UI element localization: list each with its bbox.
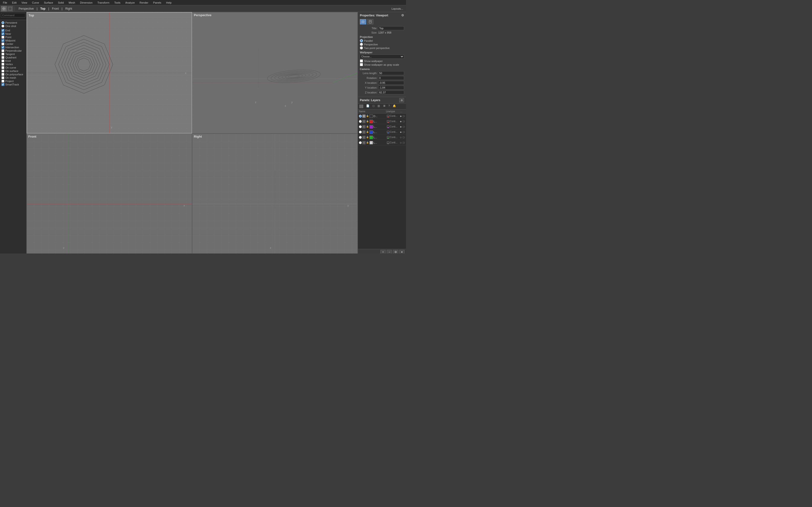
layer-row[interactable]: ● 🔓 L... Conti... ◇ [ ⟩ <box>358 135 406 140</box>
show-wallpaper-gray-row[interactable]: Show wallpaper as gray scale <box>360 63 404 66</box>
viewport-right[interactable]: Right z y <box>192 133 358 253</box>
menu-curve[interactable]: Curve <box>31 1 40 5</box>
layer-vis-icon[interactable]: ● <box>362 130 366 134</box>
menu-file[interactable]: File <box>2 1 8 5</box>
menu-surface[interactable]: Surface <box>43 1 54 5</box>
menu-analyze[interactable]: Analyze <box>124 1 136 5</box>
layers-settings-icon[interactable]: ⚙ <box>399 98 404 102</box>
layer-lock-icon[interactable]: 🔓 <box>366 141 369 144</box>
layer-vis-icon[interactable]: ● <box>362 125 366 128</box>
snap-point[interactable]: Point <box>1 36 25 39</box>
menu-transform[interactable]: Transform <box>96 1 110 5</box>
wallpaper-select[interactable]: Choose... <box>360 55 404 59</box>
radio-parallel[interactable]: Parallel <box>360 39 404 42</box>
layers-tab-doc[interactable]: 📄 <box>365 104 371 109</box>
layers-tab-layers[interactable] <box>358 104 365 109</box>
snap-center[interactable]: Center <box>1 42 25 46</box>
layers-tab-box[interactable]: ◻ <box>371 104 376 109</box>
snap-quadrant[interactable]: Quadrant <box>1 56 25 59</box>
snap-knot[interactable]: Knot <box>1 59 25 62</box>
layers-tab-monitor[interactable]: 🖥 <box>382 104 387 109</box>
layer-lock-icon[interactable]: 🔓 <box>366 131 369 133</box>
menu-panels[interactable]: Panels <box>152 1 162 5</box>
layer-lock-icon[interactable]: 🔓 <box>366 125 369 128</box>
layers-tab-bell[interactable]: 🔔 <box>391 104 398 109</box>
z-location-input[interactable] <box>378 91 404 95</box>
layer-active-radio[interactable] <box>359 131 362 133</box>
tab-perspective[interactable]: Perspective <box>16 6 36 11</box>
y-location-input[interactable] <box>378 86 404 90</box>
prop-title-input[interactable] <box>378 26 404 30</box>
viewport-front[interactable]: Front z x <box>27 133 192 253</box>
layers-more-btn[interactable]: ▾ <box>399 250 405 253</box>
layer-row[interactable]: ● 🔓 L... Conti... ◆ [ ⟩ <box>358 119 406 124</box>
snap-near[interactable]: Near <box>1 32 25 36</box>
layers-remove-button[interactable]: − <box>387 250 392 253</box>
menu-render[interactable]: Render <box>139 1 149 5</box>
properties-settings-icon[interactable]: ⚙ <box>401 13 404 17</box>
rotation-input[interactable] <box>378 76 404 80</box>
menu-solid[interactable]: Solid <box>57 1 65 5</box>
snap-on-polysurface[interactable]: On polysurface <box>1 73 25 76</box>
snap-tangent[interactable]: Tangent <box>1 52 25 56</box>
snap-vertex[interactable]: Vertex <box>1 62 25 66</box>
prop-icon-document[interactable] <box>367 19 373 24</box>
prop-icon-camera[interactable] <box>360 19 366 24</box>
snap-persistent[interactable]: Persistent <box>1 21 25 24</box>
layers-settings-btn[interactable]: ⚙ <box>393 250 398 253</box>
layer-vis-icon[interactable]: ● <box>362 114 366 118</box>
menu-dimension[interactable]: Dimension <box>79 1 94 5</box>
snap-oneshot[interactable]: One shot <box>1 24 25 28</box>
layer-color-swatch[interactable] <box>369 114 373 118</box>
layer-active-radio[interactable] <box>359 141 362 144</box>
snap-intersection[interactable]: Intersection <box>1 46 25 49</box>
menu-mesh[interactable]: Mesh <box>68 1 76 5</box>
snap-perpendicular[interactable]: Perpendicular <box>1 49 25 52</box>
tab-front[interactable]: Front <box>50 6 61 11</box>
layer-vis-icon[interactable]: ● <box>362 136 366 139</box>
menu-edit[interactable]: Edit <box>11 1 18 5</box>
layer-active-radio[interactable] <box>359 115 362 118</box>
show-wallpaper-row[interactable]: Show wallpaper <box>360 59 404 62</box>
tab-icon-4pane[interactable] <box>1 6 7 11</box>
layers-tab-help[interactable]: ? <box>387 104 391 109</box>
menu-view[interactable]: View <box>20 1 28 5</box>
command-input[interactable] <box>1 13 26 17</box>
menu-tools[interactable]: Tools <box>113 1 121 5</box>
lens-length-input[interactable] <box>378 71 404 75</box>
layouts-button[interactable]: Layouts... <box>390 6 405 11</box>
snap-on-curve[interactable]: On curve <box>1 66 25 69</box>
menu-help[interactable]: Help <box>165 1 172 5</box>
snap-on-mesh[interactable]: On mesh <box>1 76 25 79</box>
snap-end[interactable]: End <box>1 29 25 32</box>
layer-active-radio[interactable] <box>359 120 362 123</box>
snap-on-surface[interactable]: On surface <box>1 69 25 73</box>
layer-row[interactable]: ● 🔓 L... Conti... ◆ [ ⟩ <box>358 129 406 135</box>
layer-color-swatch[interactable] <box>369 130 373 134</box>
snap-project[interactable]: Project <box>1 79 25 83</box>
layer-row[interactable]: ● 🔓 D... Conti... ◆ [ ⟩ <box>358 113 406 119</box>
radio-perspective[interactable]: Perspective <box>360 43 404 46</box>
layer-row[interactable]: ● 🔓 L... Conti... ◆ [ ⟩ <box>358 124 406 129</box>
snap-smarttrack[interactable]: SmartTrack <box>1 83 25 86</box>
layer-lock-icon[interactable]: 🔓 <box>366 136 369 139</box>
radio-two-point[interactable]: Two point perspective <box>360 46 404 50</box>
tab-right[interactable]: Right <box>63 6 74 11</box>
snap-midpoint[interactable]: Midpoint <box>1 39 25 42</box>
layer-row[interactable]: ● 🔓 L... Conti... ◇ [ ⟩ <box>358 140 406 145</box>
layer-color-swatch[interactable] <box>369 141 373 145</box>
x-location-input[interactable] <box>378 81 404 85</box>
layer-active-radio[interactable] <box>359 136 362 139</box>
tab-icon-1pane[interactable] <box>7 6 13 11</box>
layers-tab-panel[interactable]: ▥ <box>376 104 382 109</box>
viewport-perspective[interactable]: Perspective <box>192 12 358 133</box>
layer-active-radio[interactable] <box>359 125 362 128</box>
layer-lock-icon[interactable]: 🔓 <box>366 115 369 118</box>
layer-color-swatch[interactable] <box>369 136 373 139</box>
viewport-top[interactable]: Top x y <box>27 12 192 133</box>
layer-color-swatch[interactable] <box>369 120 373 123</box>
tab-top[interactable]: Top <box>38 6 48 11</box>
layer-vis-icon[interactable]: ● <box>362 120 366 123</box>
layers-add-button[interactable]: + <box>380 250 386 253</box>
layer-lock-icon[interactable]: 🔓 <box>366 120 369 123</box>
